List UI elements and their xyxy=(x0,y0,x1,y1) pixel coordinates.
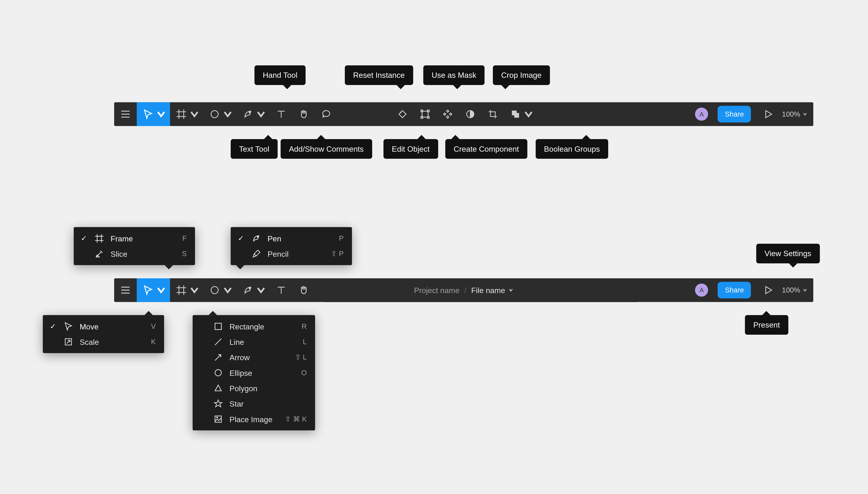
menu-item-label: Pen xyxy=(267,234,321,243)
avatar-button[interactable]: A xyxy=(692,278,712,302)
menu-item-label: Scale xyxy=(80,337,133,346)
present-button[interactable] xyxy=(757,102,779,126)
arrow-icon xyxy=(213,353,224,362)
tooltip-comments: Add/Show Comments xyxy=(281,139,372,159)
tooltip-reset: Reset Instance xyxy=(345,65,413,85)
frame-menu-item-frame[interactable]: ✓FrameF xyxy=(74,231,195,246)
zoom-label: 100% xyxy=(782,110,800,118)
frame-tool-button[interactable] xyxy=(170,278,203,302)
tooltip-text: Text Tool xyxy=(231,139,278,159)
avatar-button[interactable]: A xyxy=(692,102,712,126)
tooltip-hand: Hand Tool xyxy=(254,65,306,85)
menu-item-shortcut: R xyxy=(290,322,307,330)
share-button[interactable]: Share xyxy=(718,282,751,299)
breadcrumb-separator: / xyxy=(464,286,466,294)
menu-item-shortcut: L xyxy=(290,338,307,346)
tooltip-component: Create Component xyxy=(445,139,527,159)
avatar-icon: A xyxy=(695,284,708,297)
pencil-icon xyxy=(251,249,262,259)
shape-menu-item-line[interactable]: LineL xyxy=(193,334,315,349)
menu-item-shortcut: S xyxy=(170,250,187,258)
zoom-dropdown[interactable]: 100% xyxy=(779,110,813,118)
breadcrumb-file[interactable]: File name xyxy=(471,286,514,294)
move-menu-item-move[interactable]: ✓MoveV xyxy=(43,319,164,334)
shape-menu-item-star[interactable]: Star xyxy=(193,396,315,411)
hand-tool-button[interactable] xyxy=(292,102,315,126)
mask-button[interactable] xyxy=(459,102,482,126)
move-tool-button[interactable] xyxy=(137,102,170,126)
menu-button[interactable] xyxy=(114,278,137,302)
image-icon xyxy=(213,414,224,424)
share-button[interactable]: Share xyxy=(718,106,751,122)
svg-marker-40 xyxy=(215,385,221,391)
avatar-icon: A xyxy=(695,108,708,121)
svg-point-23 xyxy=(257,236,258,237)
edit-object-button[interactable] xyxy=(414,102,436,126)
text-tool-button[interactable] xyxy=(270,102,292,126)
scale-icon xyxy=(63,337,74,346)
svg-marker-41 xyxy=(214,400,222,407)
check-icon: ✓ xyxy=(237,234,245,243)
menu-item-shortcut: P xyxy=(327,234,344,243)
tooltip-crop: Crop Image xyxy=(493,65,550,85)
menu-item-label: Frame xyxy=(111,234,164,243)
frame-menu-item-slice[interactable]: SliceS xyxy=(74,246,195,262)
move-tool-button[interactable] xyxy=(137,278,170,302)
menu-item-label: Slice xyxy=(111,249,164,258)
menu-item-label: Ellipse xyxy=(230,368,284,377)
menu-item-label: Place Image xyxy=(230,415,279,423)
shape-menu: RectangleRLineLArrow⇧ LEllipseOPolygonSt… xyxy=(193,315,315,430)
zoom-dropdown[interactable]: 100% xyxy=(779,286,813,294)
svg-line-37 xyxy=(215,339,221,345)
menu-item-label: Rectangle xyxy=(230,322,284,330)
check-icon: ✓ xyxy=(49,322,57,330)
menu-item-label: Star xyxy=(230,399,284,408)
pen-icon xyxy=(251,233,262,243)
menu-item-shortcut: F xyxy=(170,234,187,243)
svg-point-31 xyxy=(211,286,218,294)
ellipse-icon xyxy=(213,368,224,377)
shape-tool-button[interactable] xyxy=(204,278,237,302)
menu-item-shortcut: ⇧ P xyxy=(327,250,344,258)
menu-item-shortcut: O xyxy=(290,368,307,377)
breadcrumb-file-label: File name xyxy=(471,286,505,294)
svg-point-32 xyxy=(249,288,250,289)
present-button[interactable] xyxy=(757,278,779,302)
svg-rect-36 xyxy=(215,323,221,329)
text-tool-button[interactable] xyxy=(270,278,292,302)
comment-tool-button[interactable] xyxy=(315,102,337,126)
svg-point-7 xyxy=(211,111,218,118)
hand-tool-button[interactable] xyxy=(292,278,315,302)
shape-tool-button[interactable] xyxy=(204,102,237,126)
create-component-button[interactable] xyxy=(436,102,459,126)
move-menu-item-scale[interactable]: ScaleK xyxy=(43,334,164,349)
svg-point-39 xyxy=(215,369,221,376)
shape-menu-item-rectangle[interactable]: RectangleR xyxy=(193,319,315,334)
menu-button[interactable] xyxy=(114,102,137,126)
shape-menu-item-polygon[interactable]: Polygon xyxy=(193,380,315,396)
svg-line-38 xyxy=(215,355,221,360)
menu-item-label: Polygon xyxy=(230,384,284,393)
tooltip-mask: Use as Mask xyxy=(423,65,485,85)
reset-instance-button[interactable] xyxy=(391,102,414,126)
tooltip-edit: Edit Object xyxy=(383,139,438,159)
frame-tool-button[interactable] xyxy=(170,102,203,126)
svg-point-43 xyxy=(216,417,217,418)
frame-icon xyxy=(94,233,105,243)
svg-point-8 xyxy=(249,112,250,113)
pen-tool-button[interactable] xyxy=(237,102,270,126)
shape-menu-item-ellipse[interactable]: EllipseO xyxy=(193,365,315,380)
boolean-button[interactable] xyxy=(504,102,537,126)
check-icon: ✓ xyxy=(80,234,88,243)
shape-menu-item-place-image[interactable]: Place Image⇧ ⌘ K xyxy=(193,411,315,427)
menu-item-label: Line xyxy=(230,337,284,346)
pen-menu-item-pen[interactable]: ✓PenP xyxy=(231,231,352,246)
shape-menu-item-arrow[interactable]: Arrow⇧ L xyxy=(193,349,315,365)
breadcrumb-project[interactable]: Project name xyxy=(414,286,460,294)
tooltip-present: Present xyxy=(745,315,788,335)
pen-menu-item-pencil[interactable]: Pencil⇧ P xyxy=(231,246,352,262)
pen-tool-button[interactable] xyxy=(237,278,270,302)
crop-button[interactable] xyxy=(482,102,504,126)
svg-rect-18 xyxy=(514,113,519,118)
slice-icon xyxy=(94,249,105,259)
